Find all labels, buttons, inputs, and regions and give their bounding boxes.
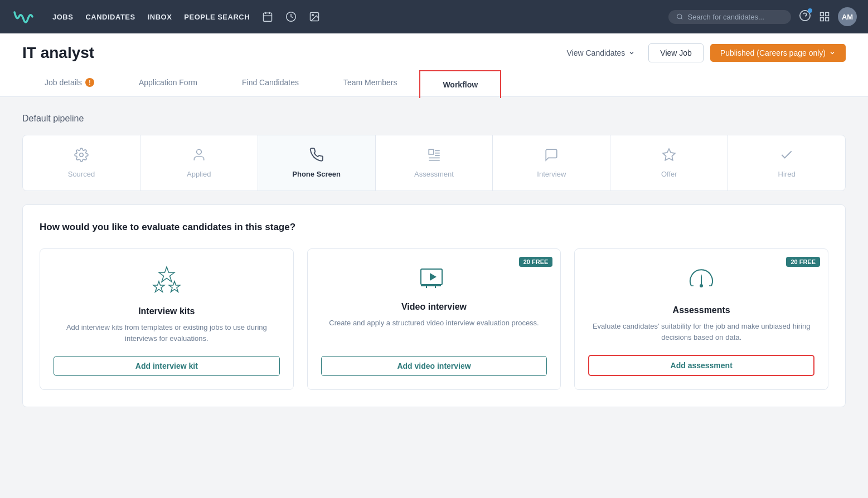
svg-rect-12	[826, 13, 829, 16]
help-button[interactable]	[799, 9, 811, 24]
tab-application-form[interactable]: Application Form	[117, 70, 220, 96]
assessments-desc: Evaluate candidates' suitability for the…	[588, 321, 814, 343]
svg-point-6	[312, 14, 314, 16]
stage-sourced[interactable]: Sourced	[23, 135, 140, 191]
nav-links: JOBS CANDIDATES INBOX PEOPLE SEARCH	[52, 11, 655, 22]
person-icon	[192, 148, 206, 165]
grid-icon[interactable]	[819, 11, 830, 22]
svg-marker-25	[153, 281, 164, 292]
svg-marker-26	[169, 281, 180, 292]
video-interview-badge: 20 FREE	[519, 257, 553, 267]
svg-line-8	[681, 18, 682, 19]
offer-icon	[662, 148, 676, 165]
tab-job-details[interactable]: Job details !	[22, 70, 117, 96]
avatar[interactable]: AM	[838, 7, 857, 26]
assessment-icon	[427, 148, 442, 165]
stage-offer[interactable]: Offer	[610, 135, 728, 191]
evaluation-cards: Interview kits Add interview kits from t…	[40, 248, 828, 390]
search-bar[interactable]	[668, 10, 791, 24]
page-tabs: Job details ! Application Form Find Cand…	[22, 70, 846, 96]
add-video-interview-button[interactable]: Add video interview	[321, 356, 547, 376]
chat-icon	[544, 148, 559, 165]
tab-team-members[interactable]: Team Members	[321, 70, 419, 96]
pipeline-title: Default pipeline	[22, 114, 846, 124]
interview-kits-title: Interview kits	[138, 306, 195, 316]
svg-rect-13	[821, 18, 824, 21]
phone-icon	[309, 148, 324, 165]
assessments-card: 20 FREE Assessments Evaluate candidates'…	[574, 248, 828, 390]
calendar-icon[interactable]	[262, 11, 273, 22]
svg-point-16	[196, 149, 201, 154]
evaluation-section: How would you like to evaluate candidate…	[22, 204, 846, 407]
stage-hired[interactable]: Hired	[728, 135, 845, 191]
header-top: IT analyst View Candidates View Job Publ…	[22, 43, 846, 70]
add-interview-kit-button[interactable]: Add interview kit	[54, 356, 280, 376]
view-job-button[interactable]: View Job	[648, 43, 704, 62]
nav-inbox[interactable]: INBOX	[148, 13, 172, 21]
stage-assessment[interactable]: Assessment	[376, 135, 493, 191]
stage-phone-screen[interactable]: Phone Screen	[258, 135, 376, 191]
tab-workflow[interactable]: Workflow	[419, 70, 501, 98]
nav-candidates[interactable]: CANDIDATES	[85, 13, 135, 21]
nav-right-section: AM	[668, 7, 857, 26]
gear-icon	[74, 148, 89, 165]
svg-marker-31	[430, 273, 437, 281]
header-actions: View Candidates View Job Published (Care…	[560, 43, 846, 62]
svg-point-15	[80, 153, 84, 157]
notification-dot	[808, 8, 812, 13]
svg-rect-11	[821, 13, 824, 16]
tab-find-candidates[interactable]: Find Candidates	[220, 70, 321, 96]
top-navigation: JOBS CANDIDATES INBOX PEOPLE SEARCH AM	[0, 0, 868, 33]
video-interview-desc: Create and apply a structured video inte…	[329, 318, 539, 344]
main-content: Default pipeline Sourced Applied Phone S…	[0, 97, 868, 489]
svg-rect-14	[826, 18, 829, 21]
published-button[interactable]: Published (Careers page only)	[710, 44, 846, 62]
app-logo[interactable]	[11, 8, 33, 26]
video-interview-card: 20 FREE Video interview Create and apply…	[307, 248, 561, 390]
nav-jobs[interactable]: JOBS	[52, 13, 73, 21]
view-candidates-button[interactable]: View Candidates	[560, 44, 642, 62]
svg-marker-23	[663, 149, 675, 160]
nav-people-search[interactable]: PEOPLE SEARCH	[184, 13, 250, 21]
stars-icon	[150, 266, 183, 299]
gauge-icon	[687, 266, 716, 297]
tab-info-badge: !	[85, 78, 94, 87]
svg-rect-17	[429, 149, 434, 154]
video-interview-title: Video interview	[401, 302, 467, 312]
page-header: IT analyst View Candidates View Job Publ…	[0, 33, 868, 97]
svg-point-33	[700, 284, 703, 287]
add-assessment-button[interactable]: Add assessment	[588, 355, 814, 376]
video-icon	[420, 266, 449, 294]
pipeline-stages: Sourced Applied Phone Screen Assessment	[22, 135, 846, 191]
assessments-title: Assessments	[673, 305, 730, 315]
stage-applied[interactable]: Applied	[140, 135, 258, 191]
interview-kits-card: Interview kits Add interview kits from t…	[40, 248, 294, 390]
job-title: IT analyst	[22, 44, 94, 62]
search-input[interactable]	[688, 13, 784, 21]
interview-kits-desc: Add interview kits from templates or exi…	[54, 322, 280, 344]
analytics-icon[interactable]	[285, 11, 297, 22]
svg-marker-24	[159, 267, 174, 282]
svg-rect-0	[264, 13, 272, 21]
stage-interview[interactable]: Interview	[493, 135, 610, 191]
assessments-badge: 20 FREE	[786, 257, 820, 267]
check-icon	[779, 148, 794, 165]
evaluation-question: How would you like to evaluate candidate…	[40, 222, 828, 233]
image-icon[interactable]	[309, 11, 320, 22]
svg-point-7	[677, 14, 682, 18]
